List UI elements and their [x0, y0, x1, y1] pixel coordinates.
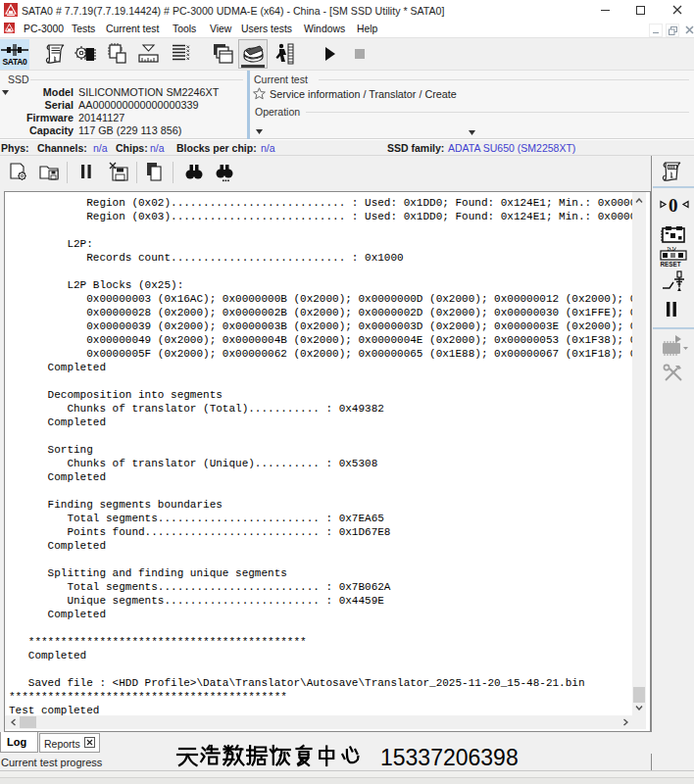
svg-text:RESET: RESET — [661, 261, 681, 268]
svg-text:0: 0 — [669, 196, 678, 213]
svg-text:15337206398: 15337206398 — [380, 745, 519, 770]
